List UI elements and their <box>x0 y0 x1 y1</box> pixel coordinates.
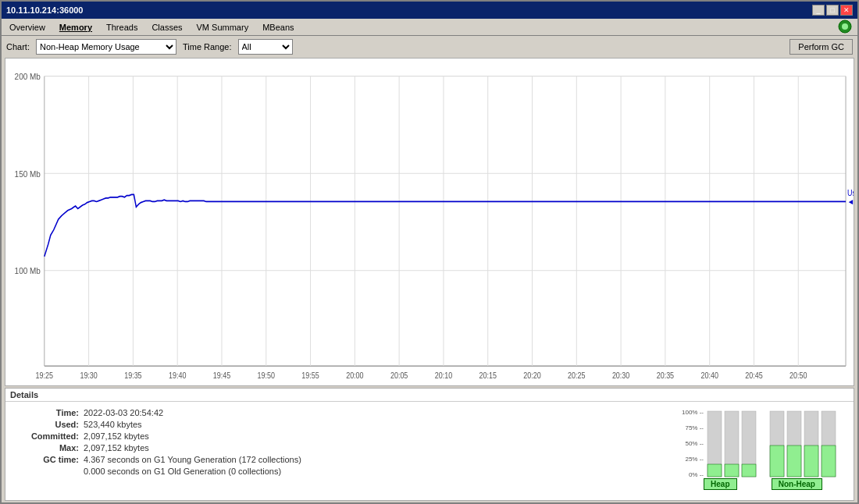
svg-text:20:20: 20:20 <box>523 371 540 380</box>
svg-text:◄ 140,549,864: ◄ 140,549,864 <box>847 197 854 206</box>
bars-label-row: Heap Non-Heap <box>680 478 846 490</box>
svg-rect-64 <box>804 445 818 477</box>
window-title: 10.11.10.214:36000 <box>6 5 83 15</box>
committed-label: Committed: <box>13 431 84 441</box>
gc-old-value: 0.000 seconds on G1 Old Generation (0 co… <box>84 467 281 476</box>
detail-row-gc-old: 0.000 seconds on G1 Old Generation (0 co… <box>13 467 674 476</box>
details-content: Time: 2022-03-03 20:54:42 Used: 523,440 … <box>5 402 854 496</box>
svg-text:19:25: 19:25 <box>36 371 53 380</box>
non-heap-label-button[interactable]: Non-Heap <box>772 478 822 490</box>
chart-area: 200 Mb 150 Mb 100 Mb 19:25 <box>5 58 854 386</box>
detail-row-gc-time: GC time: 4.367 seconds on G1 Young Gener… <box>13 455 674 464</box>
svg-text:19:45: 19:45 <box>213 371 230 380</box>
max-value: 2,097,152 kbytes <box>84 443 149 453</box>
svg-text:20:50: 20:50 <box>789 371 807 380</box>
svg-text:19:40: 19:40 <box>169 371 186 380</box>
title-bar: 10.11.10.214:36000 _ □ ✕ <box>2 2 857 19</box>
svg-point-1 <box>842 23 848 30</box>
svg-text:20:05: 20:05 <box>390 371 408 380</box>
menu-memory[interactable]: Memory <box>55 21 97 34</box>
svg-text:20:15: 20:15 <box>479 371 497 380</box>
max-label: Max: <box>13 443 84 453</box>
time-value: 2022-03-03 20:54:42 <box>84 408 163 417</box>
chart-label: Chart: <box>6 42 30 51</box>
close-button[interactable]: ✕ <box>840 5 853 16</box>
memory-bars-chart: 100% -- 75% -- 50% -- 25% -- 0% -- <box>680 408 844 478</box>
svg-rect-56 <box>725 464 739 477</box>
menu-threads[interactable]: Threads <box>102 21 142 34</box>
time-range-select[interactable]: All 1 hour 30 min <box>238 39 293 55</box>
svg-text:20:30: 20:30 <box>612 371 629 380</box>
time-label: Time: <box>13 408 84 417</box>
svg-text:50% --: 50% -- <box>685 440 704 447</box>
committed-value: 2,097,152 kbytes <box>84 431 149 441</box>
svg-text:75% --: 75% -- <box>685 424 704 431</box>
details-right: 100% -- 75% -- 50% -- 25% -- 0% -- <box>677 405 849 493</box>
used-value: 523,440 kbytes <box>84 420 142 429</box>
main-window: 10.11.10.214:36000 _ □ ✕ Overview Memory… <box>0 0 859 504</box>
used-label: Used: <box>13 420 84 429</box>
svg-rect-58 <box>742 464 756 477</box>
heap-label-button[interactable]: Heap <box>704 478 736 490</box>
menu-bar: Overview Memory Threads Classes VM Summa… <box>2 19 857 36</box>
detail-row-used: Used: 523,440 kbytes <box>13 420 674 429</box>
menu-classes[interactable]: Classes <box>147 21 187 34</box>
details-title: Details <box>5 389 854 402</box>
detail-row-max: Max: 2,097,152 kbytes <box>13 443 674 453</box>
svg-rect-62 <box>787 445 801 477</box>
svg-text:20:00: 20:00 <box>346 371 363 380</box>
perform-gc-button[interactable]: Perform GC <box>789 39 853 55</box>
detail-row-committed: Committed: 2,097,152 kbytes <box>13 431 674 441</box>
gc-time-label: GC time: <box>13 455 84 464</box>
svg-text:Used: Used <box>847 188 854 197</box>
svg-rect-54 <box>708 464 722 477</box>
svg-text:100 Mb: 100 Mb <box>15 266 41 276</box>
memory-chart: 200 Mb 150 Mb 100 Mb 19:25 <box>5 59 854 385</box>
svg-text:19:30: 19:30 <box>80 371 97 380</box>
time-range-label: Time Range: <box>183 42 232 51</box>
menu-vm-summary[interactable]: VM Summary <box>192 21 254 34</box>
svg-text:150 Mb: 150 Mb <box>15 169 41 179</box>
svg-text:20:10: 20:10 <box>435 371 452 380</box>
connection-icon <box>836 19 854 34</box>
chart-select[interactable]: Non-Heap Memory Usage Heap Memory Usage <box>36 39 176 55</box>
svg-text:20:45: 20:45 <box>745 371 762 380</box>
svg-text:19:50: 19:50 <box>258 371 275 380</box>
svg-rect-60 <box>770 445 784 477</box>
title-bar-buttons: _ □ ✕ <box>812 5 853 16</box>
menu-mbeans[interactable]: MBeans <box>258 21 298 34</box>
detail-row-time: Time: 2022-03-03 20:54:42 <box>13 408 674 417</box>
svg-text:19:35: 19:35 <box>124 371 141 380</box>
toolbar: Chart: Non-Heap Memory Usage Heap Memory… <box>2 36 857 58</box>
svg-text:0% --: 0% -- <box>689 471 704 478</box>
minimize-button[interactable]: _ <box>812 5 825 16</box>
gc-time-value: 4.367 seconds on G1 Young Generation (17… <box>84 455 301 464</box>
svg-text:100% --: 100% -- <box>682 409 704 416</box>
svg-text:200 Mb: 200 Mb <box>15 72 41 82</box>
svg-text:20:40: 20:40 <box>700 371 718 380</box>
gc-old-label <box>13 467 84 476</box>
details-left: Time: 2022-03-03 20:54:42 Used: 523,440 … <box>10 405 677 493</box>
svg-text:20:25: 20:25 <box>568 371 585 380</box>
svg-text:19:55: 19:55 <box>301 371 319 380</box>
menu-overview[interactable]: Overview <box>5 21 50 34</box>
maximize-button[interactable]: □ <box>826 5 839 16</box>
details-panel: Details Time: 2022-03-03 20:54:42 Used: … <box>5 388 854 501</box>
svg-text:20:35: 20:35 <box>657 371 674 380</box>
svg-rect-66 <box>822 445 836 477</box>
svg-text:25% --: 25% -- <box>685 456 704 463</box>
